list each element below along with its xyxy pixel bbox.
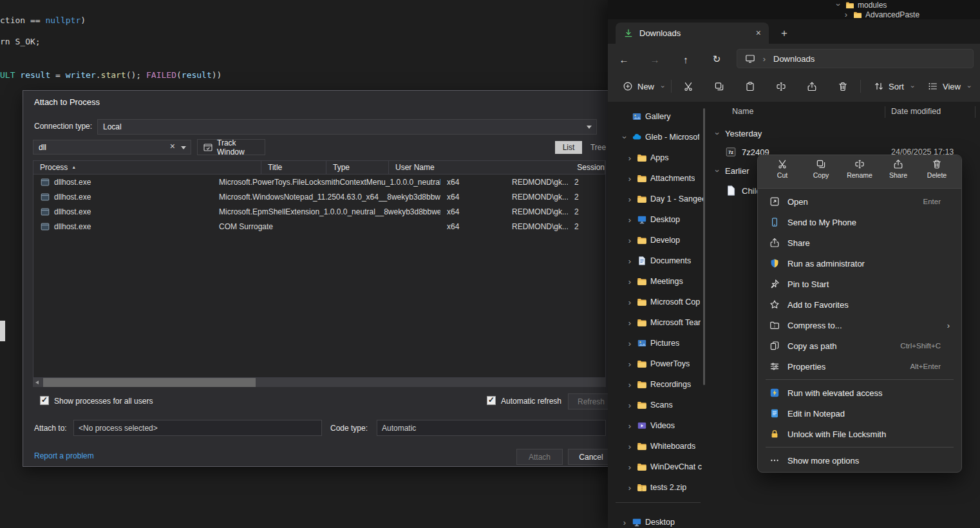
context-menu-item[interactable]: Pin to Start ›	[758, 274, 961, 294]
sidebar-item[interactable]: › tests 2.zip	[608, 478, 708, 497]
column-header[interactable]: Title	[261, 161, 326, 174]
expand-chevron-icon[interactable]: ›	[626, 484, 634, 492]
close-tab-icon[interactable]: ×	[756, 28, 761, 38]
process-row[interactable]: dllhost.exe Microsoft.PowerToys.FileLock…	[33, 174, 605, 189]
group-header-yesterday[interactable]: › Yesterday	[713, 129, 762, 138]
expand-chevron-icon[interactable]: ›	[626, 257, 634, 265]
tab-downloads[interactable]: Downloads ×	[616, 23, 769, 44]
expand-chevron-icon[interactable]: ›	[626, 216, 634, 224]
sidebar-item[interactable]: › Whiteboards	[608, 437, 708, 456]
sidebar-item[interactable]: › Day 1 - Sangee	[608, 189, 708, 209]
expand-chevron-icon[interactable]: ›	[626, 174, 634, 183]
column-header[interactable]: Type	[326, 161, 389, 174]
sidebar-item[interactable]: › Microsoft Tear	[608, 313, 708, 332]
view-list-toggle[interactable]: List	[555, 141, 582, 154]
back-button[interactable]: ←	[614, 50, 634, 69]
quick-action[interactable]: Cut	[763, 159, 802, 188]
group-header-earlier[interactable]: › Earlier	[713, 166, 749, 176]
attach-to-field[interactable]: <No process selected>	[73, 420, 322, 436]
tree-item-modules[interactable]: › modules	[834, 0, 887, 10]
column-header[interactable]: User Name	[389, 161, 570, 174]
sidebar-item[interactable]: › Pictures	[608, 334, 708, 353]
quick-action[interactable]: Delete	[918, 159, 956, 188]
process-row[interactable]: dllhost.exe Microsoft.WindowsNotepad_11.…	[33, 189, 605, 204]
sidebar-item[interactable]: › PowerToys	[608, 354, 708, 373]
context-menu-item[interactable]: Compress to... ›	[758, 315, 961, 335]
share-button[interactable]	[801, 77, 823, 95]
context-menu-item[interactable]: Properties Alt+Enter ›	[758, 356, 961, 377]
sidebar-item[interactable]: › Scans	[608, 395, 708, 415]
connection-type-select[interactable]: Local	[97, 119, 597, 135]
expand-chevron-icon[interactable]: ›	[621, 518, 628, 527]
context-menu-item[interactable]: Run with elevated access ›	[758, 382, 961, 403]
context-menu-item[interactable]: Edit in Notepad ›	[758, 403, 961, 424]
sidebar-item[interactable]: › Meetings	[608, 272, 708, 291]
scrollbar-thumb[interactable]	[43, 378, 256, 387]
table-horizontal-scrollbar[interactable]	[33, 378, 606, 387]
expand-chevron-icon[interactable]: ›	[626, 278, 634, 286]
collapse-chevron-icon[interactable]: ›	[713, 130, 722, 138]
expand-chevron-icon[interactable]: ›	[626, 154, 634, 162]
process-row[interactable]: dllhost.exe COM Surrogate x64 REDMOND\gk…	[33, 219, 605, 234]
quick-action[interactable]: Share	[879, 159, 918, 188]
copy-button[interactable]	[708, 77, 730, 95]
sort-button[interactable]: Sort ›	[868, 77, 922, 95]
chevron-down-icon[interactable]: ›	[834, 1, 843, 9]
context-menu-item[interactable]: Show more options ›	[758, 450, 961, 471]
context-menu-item[interactable]: Copy as path Ctrl+Shift+C ›	[758, 335, 961, 356]
context-menu-item[interactable]: Unlock with File Locksmith ›	[758, 424, 961, 444]
code-type-field[interactable]: Automatic	[377, 420, 606, 436]
quick-action[interactable]: Copy	[802, 159, 840, 188]
context-menu-item[interactable]: Open Enter ›	[758, 191, 961, 212]
chevron-right-icon[interactable]: ›	[842, 10, 850, 19]
attach-button[interactable]: Attach	[516, 449, 563, 465]
context-menu-item[interactable]: Send to My Phone ›	[758, 212, 961, 232]
view-button[interactable]: View ›	[922, 77, 979, 95]
column-header[interactable]: Process▲	[33, 161, 261, 174]
expand-chevron-icon[interactable]: ›	[626, 339, 634, 348]
expand-chevron-icon[interactable]: ›	[626, 422, 634, 430]
cut-button[interactable]	[677, 77, 699, 95]
expand-chevron-icon[interactable]: ›	[626, 236, 634, 245]
sidebar-item[interactable]: › Documents	[608, 251, 708, 270]
process-filter-input[interactable]: dll ×	[33, 140, 191, 155]
automatic-refresh-checkbox[interactable]	[487, 396, 496, 405]
expand-chevron-icon[interactable]: ›	[621, 133, 629, 141]
sidebar-item[interactable]: › Develop	[608, 231, 708, 250]
column-date-modified[interactable]: Date modified	[891, 107, 941, 116]
expand-chevron-icon[interactable]: ›	[626, 360, 634, 368]
report-a-problem-link[interactable]: Report a problem	[34, 451, 94, 460]
sidebar-item[interactable]: › Desktop	[608, 210, 708, 229]
delete-button[interactable]	[832, 77, 854, 95]
up-button[interactable]: ↑	[676, 50, 695, 69]
sidebar-item[interactable]: › Gleb - Microsoft	[608, 127, 708, 147]
breadcrumb-chevron-icon[interactable]: ›	[760, 55, 768, 63]
expand-chevron-icon[interactable]: ›	[626, 463, 634, 471]
track-window-button[interactable]: Track Window	[197, 139, 265, 155]
scroll-left-icon[interactable]	[35, 381, 39, 384]
paste-button[interactable]	[739, 77, 761, 95]
show-all-users-checkbox[interactable]	[40, 396, 49, 405]
sidebar-item[interactable]: › Gallery	[608, 107, 708, 126]
context-menu-item[interactable]: Run as administrator ›	[758, 253, 961, 274]
column-header[interactable]: Session	[570, 161, 605, 174]
context-menu-item[interactable]: Share ›	[758, 232, 961, 253]
expand-chevron-icon[interactable]: ›	[626, 401, 634, 410]
context-menu-item[interactable]: Add to Favorites ›	[758, 294, 961, 315]
quick-action[interactable]: Rename	[840, 159, 879, 188]
new-button[interactable]: New ›	[617, 77, 672, 95]
sidebar-item[interactable]: › Microsoft Cop	[608, 292, 708, 312]
rename-button[interactable]	[770, 77, 792, 95]
expand-chevron-icon[interactable]: ›	[626, 298, 634, 306]
expand-chevron-icon[interactable]: ›	[626, 381, 634, 389]
new-tab-button[interactable]: +	[777, 25, 792, 41]
forward-button[interactable]: →	[645, 50, 664, 69]
sidebar-item[interactable]: › Videos	[608, 416, 708, 435]
expand-chevron-icon[interactable]: ›	[626, 442, 634, 451]
expand-chevron-icon[interactable]: ›	[626, 319, 634, 327]
process-row[interactable]: dllhost.exe Microsoft.EpmShellExtension_…	[33, 204, 605, 219]
column-divider[interactable]	[885, 106, 885, 118]
expand-chevron-icon[interactable]: ›	[626, 195, 634, 203]
sidebar-item[interactable]: › WinDevChat c	[608, 457, 708, 476]
sidebar-item[interactable]: › Recordings	[608, 375, 708, 394]
